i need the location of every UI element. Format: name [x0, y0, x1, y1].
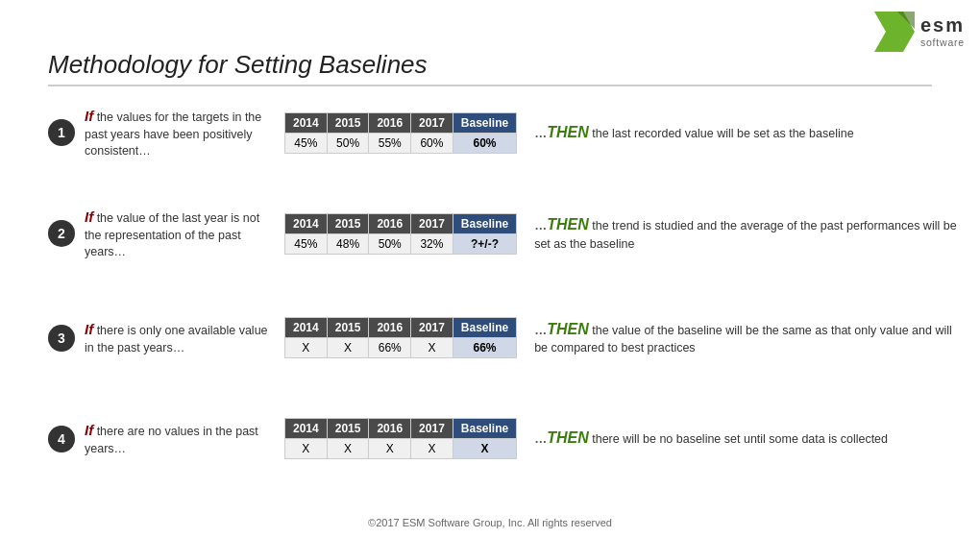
cell-2-0: 45%: [285, 233, 328, 254]
page-title: Methodology for Setting Baselines: [48, 50, 428, 80]
then-keyword-1: THEN: [547, 124, 589, 140]
cell-3-4: 66%: [453, 338, 516, 358]
col-header-2014: 2014: [285, 419, 328, 439]
logo: esm software: [867, 6, 970, 58]
if-keyword-1: If: [85, 108, 93, 124]
col-header-2017: 2017: [411, 318, 453, 338]
col-header-2017: 2017: [411, 419, 453, 439]
col-header-2014: 2014: [285, 112, 328, 133]
logo-software-label: software: [920, 37, 965, 48]
then-block-2: …THEN the trend is studied and the avera…: [534, 214, 961, 253]
page: esm software Methodology for Setting Bas…: [0, 0, 980, 538]
if-keyword-4: If: [85, 422, 93, 438]
cell-3-0: X: [285, 338, 328, 358]
if-keyword-2: If: [85, 208, 93, 225]
badge-4: 4: [48, 426, 75, 452]
col-header-baseline: Baseline: [453, 419, 516, 439]
col-header-2017: 2017: [411, 112, 453, 133]
cell-1-0: 45%: [285, 133, 328, 153]
if-block-4: If there are no values in the past years…: [85, 420, 277, 457]
table-3: 2014201520162017BaselineXX66%X66%: [284, 317, 517, 358]
col-header-2015: 2015: [327, 213, 369, 233]
cell-3-2: 66%: [369, 338, 411, 358]
col-header-2017: 2017: [411, 213, 453, 233]
then-block-1: …THEN the last recorded value will be se…: [534, 122, 961, 143]
cell-4-3: X: [411, 439, 453, 459]
col-header-2015: 2015: [327, 112, 369, 133]
cell-4-1: X: [327, 439, 369, 459]
col-header-2016: 2016: [369, 318, 411, 338]
footer: ©2017 ESM Software Group, Inc. All right…: [0, 517, 980, 528]
if-block-2: If the value of the last year is not the…: [85, 207, 277, 261]
cell-4-4: X: [453, 439, 516, 459]
logo-svg-icon: [872, 10, 917, 54]
cell-2-4: ?+/-?: [453, 233, 516, 254]
row-3: 3If there is only one available value in…: [48, 317, 961, 358]
then-keyword-3: THEN: [547, 321, 589, 337]
cell-3-3: X: [411, 338, 453, 358]
then-block-3: …THEN the value of the baseline will be …: [534, 319, 961, 357]
col-header-baseline: Baseline: [453, 112, 516, 133]
title-divider: [48, 85, 932, 86]
cell-3-1: X: [327, 338, 369, 358]
cell-4-0: X: [285, 439, 328, 459]
cell-2-1: 48%: [327, 233, 369, 254]
then-keyword-2: THEN: [547, 216, 589, 232]
cell-2-2: 50%: [369, 233, 411, 254]
cell-4-2: X: [369, 439, 411, 459]
table-4: 2014201520162017BaselineXXXXX: [284, 418, 517, 459]
then-block-4: …THEN there will be no baseline set unti…: [534, 428, 961, 449]
col-header-2016: 2016: [369, 112, 411, 133]
col-header-2014: 2014: [285, 213, 328, 233]
table-1: 2014201520162017Baseline45%50%55%60%60%: [284, 112, 517, 154]
if-block-3: If there is only one available value in …: [85, 319, 277, 356]
if-keyword-3: If: [85, 321, 93, 337]
cell-1-3: 60%: [411, 133, 453, 153]
badge-1: 1: [48, 119, 75, 146]
cell-1-2: 55%: [369, 133, 411, 153]
logo-esm-label: esm: [920, 14, 965, 37]
if-block-1: If the values for the targets in the pas…: [85, 106, 277, 160]
cell-1-4: 60%: [453, 133, 516, 153]
logo-text-group: esm software: [920, 14, 965, 48]
col-header-2015: 2015: [327, 419, 369, 439]
row-2: 2If the value of the last year is not th…: [48, 207, 961, 261]
col-header-baseline: Baseline: [453, 213, 516, 233]
row-4: 4If there are no values in the past year…: [48, 418, 961, 459]
col-header-baseline: Baseline: [453, 318, 516, 338]
badge-2: 2: [48, 220, 75, 247]
cell-2-3: 32%: [411, 233, 453, 254]
col-header-2014: 2014: [285, 318, 328, 338]
col-header-2015: 2015: [327, 318, 369, 338]
col-header-2016: 2016: [369, 419, 411, 439]
row-1: 1If the values for the targets in the pa…: [48, 106, 961, 160]
col-header-2016: 2016: [369, 213, 411, 233]
badge-3: 3: [48, 325, 75, 352]
then-keyword-4: THEN: [547, 429, 589, 446]
table-2: 2014201520162017Baseline45%48%50%32%?+/-…: [284, 213, 517, 255]
cell-1-1: 50%: [327, 133, 369, 153]
